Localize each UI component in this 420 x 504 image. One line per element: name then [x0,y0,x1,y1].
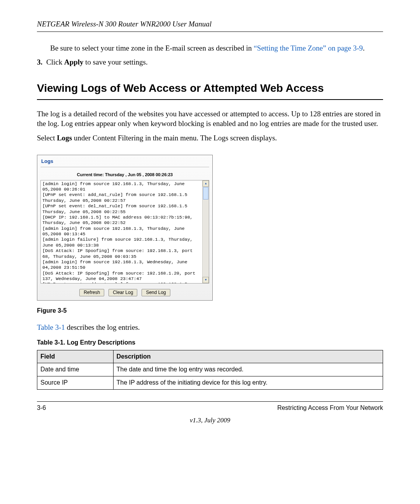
button-row: Refresh Clear Log Send Log [37,286,212,301]
cell-desc: The date and time the log entry was reco… [113,363,383,376]
scroll-down-icon[interactable]: ▾ [203,277,209,283]
current-time-label: Current time: Thursday , Jun 05 , 2008 0… [37,170,212,180]
header-rule [37,32,383,32]
page-number: 3-6 [37,404,46,412]
table-row: Source IP The IP address of the initiati… [37,376,383,390]
log-line: [admin login] from source 192.168.1.3, T… [42,181,202,192]
log-textarea-wrap: [admin login] from source 192.168.1.3, T… [40,180,209,284]
timezone-note: Be sure to select your time zone in the … [50,44,383,53]
footer: 3-6 Restricting Access From Your Network [37,404,383,412]
table-caption: Table 3-1. Log Entry Descriptions [37,339,383,347]
log-textarea[interactable]: [admin login] from source 192.168.1.3, T… [40,180,209,284]
cell-desc: The IP address of the initiating device … [113,376,383,390]
table-intro-rest: describes the log entries. [65,323,140,331]
select-logs-para: Select Logs under Content Filtering in t… [37,133,383,143]
log-line: [admin login] from source 192.168.1.3, T… [42,226,202,237]
th-description: Description [113,350,383,363]
log-line: [UPnP set event: add_nat_rule] from sour… [42,192,202,203]
timezone-link[interactable]: “Setting the Time Zone” on page 3-9 [254,44,363,52]
log-line: [DHCP IP: 192.168.1.5] to MAC address 00… [42,215,202,226]
para2-a: Select [37,134,57,142]
table-intro: Table 3-1 describes the log entries. [37,323,383,332]
log-line: [admin login] from source 192.168.1.3, W… [42,259,202,271]
figure-caption: Figure 3-5 [37,307,383,315]
refresh-button[interactable]: Refresh [79,289,104,297]
log-line: [DoS Attack: IP Spoofing] from source: 1… [42,271,202,282]
log-line: [UPnP set event: add_nat_rule] from sour… [42,282,202,283]
para2-c: under Content Filtering in the main menu… [72,134,277,142]
step-3: 3.Click Apply to save your settings. [37,58,383,67]
page-header: NETGEAR Wireless-N 300 Router WNR2000 Us… [37,19,383,29]
logs-screenshot: Logs Current time: Thursday , Jun 05 , 2… [37,155,213,301]
clear-log-button[interactable]: Clear Log [108,289,137,297]
step3-a: Click [46,58,64,66]
footer-rule [37,401,383,402]
scrollbar[interactable]: ▴ ▾ [202,180,209,283]
step3-c: to save your settings. [84,58,148,66]
step3-apply: Apply [64,58,84,66]
scroll-thumb[interactable] [203,187,208,200]
log-line: [DoS Attack: IP Spoofing] from source: 1… [42,248,202,259]
para2-logs: Logs [57,134,72,142]
cell-field: Date and time [37,363,114,376]
section-heading: Viewing Logs of Web Access or Attempted … [37,81,383,100]
log-line: [admin login failure] from source 192.16… [42,237,202,248]
panel-separator [40,167,209,167]
log-entry-table: Field Description Date and time The date… [37,350,383,390]
intro-text-a: Be sure to select your time zone in the … [50,44,254,52]
table-header-row: Field Description [37,350,383,363]
table-row: Date and time The date and time the log … [37,363,383,376]
intro-text-b: . [363,44,365,52]
scroll-up-icon[interactable]: ▴ [203,180,209,187]
chapter-title: Restricting Access From Your Network [277,404,383,412]
step-number: 3. [37,58,46,67]
version-label: v1.3, July 2009 [37,416,383,425]
log-line: [UPnP set event: del_nat_rule] from sour… [42,203,202,215]
th-field: Field [37,350,114,363]
panel-title: Logs [37,155,212,167]
table-link[interactable]: Table 3-1 [37,323,65,331]
log-description-para: The log is a detailed record of the webs… [37,109,383,128]
send-log-button[interactable]: Send Log [142,289,170,297]
cell-field: Source IP [37,376,114,390]
